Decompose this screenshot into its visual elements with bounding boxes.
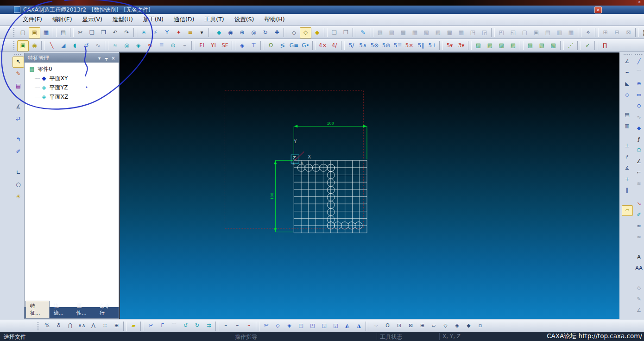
sketch-pencil-icon[interactable]: ✎	[13, 69, 24, 80]
axis4-finish-icon[interactable]: 4∕	[328, 40, 340, 51]
sheet-box-a-icon[interactable]: ⊠	[405, 321, 417, 331]
dim-dotted-icon[interactable]: ╍	[622, 68, 633, 78]
toolbar-grip[interactable]	[635, 53, 643, 56]
pane-tool-icon[interactable]: ⊞	[111, 321, 122, 331]
coord-arrow-icon[interactable]: ↱	[622, 152, 633, 163]
surface-rotate-icon[interactable]: ◰	[295, 321, 307, 331]
coord-erase-icon[interactable]: ∡	[622, 163, 633, 174]
draft-feature-icon[interactable]: ◱	[507, 27, 519, 38]
axis3-5-conv-icon[interactable]: 3▾	[455, 40, 467, 51]
surface-join-icon[interactable]: ◮	[353, 321, 365, 331]
curve-undo-icon[interactable]: ↰	[13, 134, 24, 145]
new-file-icon[interactable]: ▢	[17, 27, 29, 38]
sweep-boss-icon[interactable]: ▩	[398, 27, 409, 38]
tree-item-part[interactable]: ▤零件0	[25, 64, 119, 74]
solid-view-icon[interactable]: ◙	[640, 27, 644, 38]
axis5-3-icon[interactable]: 5⊗	[369, 40, 380, 51]
cut-icon[interactable]: ✂	[75, 27, 86, 38]
clamp-2-icon[interactable]: ⋀	[88, 321, 99, 331]
line-tool-icon[interactable]: ╲	[46, 40, 57, 51]
carve-y1-icon[interactable]: YI	[208, 40, 219, 51]
grid-points-icon[interactable]: ∷	[99, 321, 111, 331]
regen-icon[interactable]: ⚡	[150, 27, 161, 38]
close-document-button[interactable]: ×	[594, 6, 602, 13]
diamond-check-icon[interactable]: ◇	[622, 90, 633, 101]
sketch-mode-icon[interactable]: ▣	[17, 40, 29, 51]
toolbar-grip[interactable]	[13, 41, 15, 50]
circle-curve-icon[interactable]: ⊕	[633, 79, 644, 89]
hidden-line-display-icon[interactable]: ◇	[300, 27, 311, 38]
shaded-display-icon[interactable]: ◆	[311, 27, 323, 38]
tab-trajectory[interactable]: 轨迹...	[50, 301, 73, 318]
split-curve-icon[interactable]: ✄	[260, 321, 272, 331]
tree-plane-xz[interactable]: ┈┈◈平面XZ	[25, 92, 119, 101]
undo-icon[interactable]: ↶	[109, 27, 121, 38]
axis5-6-icon[interactable]: 5×	[404, 40, 415, 51]
lamp-tool-icon[interactable]: ☀	[13, 191, 24, 202]
axis5-7-icon[interactable]: 5∥	[415, 40, 427, 51]
redo-curve-icon[interactable]: ↻	[191, 321, 203, 331]
menu-edit[interactable]: 编辑(E)	[47, 14, 77, 25]
surface-trim-icon[interactable]: ◇	[272, 321, 284, 331]
percent-tool-icon[interactable]: %	[41, 321, 53, 331]
ruled-surface-icon[interactable]: ≈	[109, 40, 121, 51]
toolbar-grip[interactable]	[13, 28, 15, 37]
sheet-stitch-icon[interactable]: ⌣	[370, 321, 382, 331]
menu-model[interactable]: 造型(U)	[107, 14, 138, 25]
g01-drill-icon[interactable]: Ω	[265, 40, 277, 51]
carve-stf-icon[interactable]: SF	[219, 40, 231, 51]
text-style-icon[interactable]: AA	[633, 263, 644, 274]
surface-scale-icon[interactable]: ◭	[341, 321, 353, 331]
arc-surface-icon[interactable]: ◖	[69, 40, 81, 51]
sweep-cut-icon[interactable]: ▩	[444, 27, 455, 38]
disc-surface-icon[interactable]: ⊜	[167, 40, 179, 51]
arrow-tool-icon[interactable]: ⌐	[633, 168, 644, 178]
tree-plane-yz[interactable]: ┈┈◈平面YZ	[25, 83, 119, 92]
coord-tool-icon[interactable]: ∟	[13, 167, 24, 178]
menu-comm[interactable]: 通信(D)	[169, 14, 199, 25]
rough-1-icon[interactable]: ▨	[473, 40, 484, 51]
extrude-cut-icon[interactable]: ▧	[421, 27, 432, 38]
text-tool-icon[interactable]: A	[633, 252, 644, 263]
tab-command[interactable]: 命令行	[95, 301, 119, 318]
panel-collapse-icon[interactable]: ▾	[96, 56, 103, 61]
sheet-pane-icon[interactable]: ⊞	[417, 321, 428, 331]
rough-2-icon[interactable]: ▨	[484, 40, 496, 51]
plane-patch-icon[interactable]: ◆	[633, 123, 644, 134]
hole-feature-icon[interactable]: ◰	[496, 27, 507, 38]
sheet-dia-1-icon[interactable]: ◇	[440, 321, 451, 331]
spring-surface-icon[interactable]: ≣	[156, 40, 167, 51]
mirror-feature-icon[interactable]: ▥	[554, 27, 565, 38]
sheet-box-t-icon[interactable]: ⊡	[393, 321, 405, 331]
highlight-brush-icon[interactable]: ✎	[357, 27, 369, 38]
loft-cut-icon[interactable]: ▨	[432, 27, 444, 38]
panel-pin-icon[interactable]: ┯	[103, 56, 110, 61]
cylinder-tool-icon[interactable]: ○	[13, 179, 24, 190]
trajectory-check-icon[interactable]: ✓	[582, 40, 593, 51]
background-close-icon[interactable]: ×	[636, 0, 643, 5]
menu-machine[interactable]: 加工(N)	[138, 14, 169, 25]
tree-plane-xy[interactable]: ┈┈◆平面XY	[25, 74, 119, 83]
mirror-tool-icon[interactable]: ∧∧	[76, 321, 88, 331]
pan-view-icon[interactable]: ✚	[271, 27, 283, 38]
menu-file[interactable]: 文件(F)	[18, 14, 47, 25]
profile-edit-icon[interactable]: ▥	[622, 121, 633, 132]
sheet-para-icon[interactable]: ▱	[428, 321, 440, 331]
transform-tool-icon[interactable]: ⇄	[13, 114, 24, 125]
toolbar-grip[interactable]	[37, 322, 39, 331]
sheet-dashed-icon[interactable]: ▫	[474, 321, 486, 331]
project-tool-icon[interactable]: ◈	[236, 40, 248, 51]
loft-surface-icon[interactable]: ◈	[133, 40, 144, 51]
rib-feature-icon[interactable]: ▣	[530, 27, 542, 38]
polygon-curve-icon[interactable]: ⎔	[633, 145, 644, 156]
axis5-2-icon[interactable]: 5∧	[357, 40, 369, 51]
pattern-feature-icon[interactable]: ▤	[542, 27, 554, 38]
tab-feature[interactable]: 特征...	[25, 301, 50, 318]
surface-split-icon[interactable]: ◈	[284, 321, 295, 331]
surface-mode-icon[interactable]: ◉	[29, 40, 40, 51]
g-point-icon[interactable]: G•	[300, 40, 311, 51]
undo-curve-icon[interactable]: ↺	[180, 321, 191, 331]
fit-points-2-icon[interactable]: ⌁	[232, 321, 243, 331]
filter-icon[interactable]: Y	[161, 27, 173, 38]
chamfer-feature-icon[interactable]: ◲	[479, 27, 490, 38]
